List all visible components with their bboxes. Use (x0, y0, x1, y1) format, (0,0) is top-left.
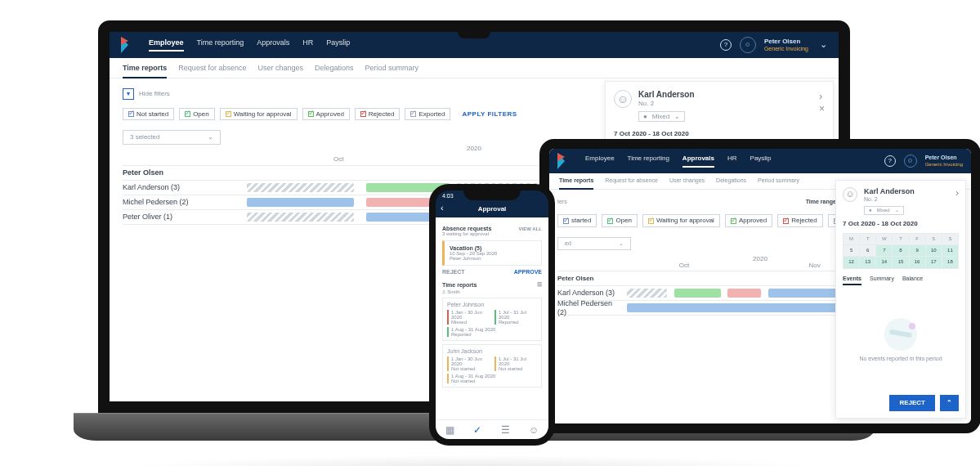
nav-home-icon[interactable]: ▦ (445, 424, 454, 436)
apply-filters-button[interactable]: APPLY FILTERS (462, 110, 517, 119)
absence-request-card[interactable]: Vacation (5) 10 Sep - 20 Sep 2020 Peter … (442, 240, 542, 266)
tuser-sub: Generic Invoicing (925, 162, 963, 168)
ttab-request-absence[interactable]: Request for absence (605, 177, 658, 185)
nav-time-reporting[interactable]: Time reporting (197, 38, 244, 52)
tablet-app: Employee Time reporting Approvals HR Pay… (549, 149, 971, 423)
side-tab-balance[interactable]: Balance (902, 276, 923, 285)
tnav-approvals[interactable]: Approvals (682, 155, 714, 168)
fly-date-range: 7 Oct 2020 - 18 Oct 2020 (614, 130, 825, 138)
tmonth-oct: Oct (679, 262, 689, 270)
phone-screen: 4:03 ‹ Approval Absence requests VIEW AL… (429, 184, 555, 446)
tab-delegations[interactable]: Delegations (315, 64, 354, 74)
fly-next-icon[interactable]: › (819, 90, 822, 102)
tmonth-nov: Nov (809, 262, 821, 270)
reject-link[interactable]: REJECT (442, 269, 465, 275)
help-icon[interactable]: ? (720, 39, 732, 51)
phone-device: 4:03 ‹ Approval Absence requests VIEW AL… (429, 184, 555, 446)
tnav-time[interactable]: Time reporting (628, 155, 669, 168)
avatar-icon[interactable]: ☺ (904, 155, 917, 168)
phone-body: Absence requests VIEW ALL 3 waiting for … (436, 217, 548, 420)
fly-status-select[interactable]: ● Mixed ⌄ (638, 111, 685, 123)
selected-dropdown[interactable]: 3 selected⌄ (123, 130, 221, 145)
chip-waiting[interactable]: Waiting for approval (220, 108, 298, 121)
list-icon[interactable]: ☰ (537, 281, 542, 288)
ttab-period-summary[interactable]: Period summary (758, 177, 799, 185)
approve-link[interactable]: APPROVE (514, 269, 542, 275)
chevron-down-icon[interactable]: ⌄ (820, 39, 827, 50)
tablet-screen: Employee Time reporting Approvals HR Pay… (539, 139, 980, 433)
close-icon[interactable]: × (819, 103, 825, 114)
nav-hr[interactable]: HR (302, 38, 313, 52)
ttime-range-label: Time range (806, 199, 836, 205)
chip-rejected[interactable]: Rejected (777, 214, 823, 227)
tr-user: J. Smith (442, 289, 542, 294)
nav-profile-icon[interactable]: ☺ (529, 424, 539, 436)
timereports-title: Time reports (442, 282, 477, 288)
side-next-icon[interactable]: › (955, 187, 959, 199)
person-avatar-icon: ☺ (843, 187, 857, 202)
fly-name: Karl Anderson (638, 90, 695, 100)
tab-time-reports[interactable]: Time reports (123, 64, 167, 78)
absence-title: Absence requests (442, 226, 491, 231)
tr-card[interactable]: John Jackson 1 Jan - 30 Jun 2020Not star… (442, 344, 542, 388)
side-tab-events[interactable]: Events (843, 276, 861, 285)
phone-title: Approval (442, 205, 542, 213)
back-icon[interactable]: ‹ (441, 203, 444, 213)
person-flyout: ☺ Karl Anderson No. 2 ● Mixed ⌄ › × 7 Oc… (605, 81, 834, 147)
ttab-user-changes[interactable]: User changes (669, 177, 705, 185)
tr-person: John Jackson (447, 348, 537, 354)
nav-payslip[interactable]: Payslip (326, 38, 350, 52)
hide-filters-link[interactable]: ters (557, 199, 567, 205)
tnav-employee[interactable]: Employee (585, 155, 615, 168)
side-tab-summary[interactable]: Summary (870, 276, 894, 285)
laptop-subtabs: Time reports Request for absence User ch… (110, 58, 839, 78)
side-status-select[interactable]: ● Mixed ⌄ (864, 206, 904, 215)
absence-sub: 3 waiting for approval (442, 231, 542, 236)
chip-exported[interactable]: Exported (405, 108, 450, 121)
help-icon[interactable]: ? (884, 155, 896, 167)
chevron-down-icon: ⌄ (619, 240, 624, 247)
chip-open[interactable]: Open (179, 108, 215, 121)
user-sub: Generic Invoicing (764, 46, 808, 52)
mini-calendar[interactable]: MTWTFSS 567891011 12131415161718 (843, 233, 959, 269)
side-name: Karl Anderson (864, 187, 915, 196)
reject-button[interactable]: REJECT (889, 395, 935, 411)
tnav-hr[interactable]: HR (727, 155, 737, 168)
avatar-icon[interactable]: ☺ (740, 37, 756, 53)
person-avatar-icon: ☺ (614, 90, 632, 108)
nav-reports-icon[interactable]: ☰ (501, 424, 510, 436)
app-logo (557, 153, 571, 169)
tablet-device: Employee Time reporting Approvals HR Pay… (539, 139, 980, 433)
hide-filters-link[interactable]: Hide filters (139, 90, 170, 98)
chip-rejected[interactable]: Rejected (355, 108, 401, 121)
month-oct: Oct (333, 155, 343, 164)
user-block[interactable]: Peter Olsen Generic Invoicing (764, 38, 808, 52)
tnav-payslip[interactable]: Payslip (750, 155, 772, 168)
chip-started[interactable]: started (557, 214, 597, 227)
empty-text: No events reported in this period (859, 356, 942, 362)
tab-request-absence[interactable]: Request for absence (178, 64, 246, 74)
view-all-link[interactable]: VIEW ALL (519, 226, 542, 231)
nav-approval-icon[interactable]: ✓ (473, 424, 481, 436)
tab-user-changes[interactable]: User changes (257, 64, 303, 74)
chevron-down-icon: ⌄ (208, 133, 213, 141)
tselected-dropdown[interactable]: ed⌄ (557, 237, 631, 250)
nav-employee[interactable]: Employee (149, 38, 184, 52)
chip-open[interactable]: Open (602, 214, 638, 227)
empty-state: No events reported in this period (843, 285, 959, 395)
ttab-time-reports[interactable]: Time reports (559, 177, 593, 190)
chip-approved[interactable]: Approved (725, 214, 772, 227)
chip-not-started[interactable]: Not started (123, 108, 174, 121)
phone-notch (463, 190, 521, 200)
more-button[interactable]: ⌃ (940, 395, 959, 411)
req-title: Vacation (5) (450, 245, 536, 251)
tr-card[interactable]: Peter Johnson 1 Jan - 30 Jun 2020Missed … (442, 298, 542, 341)
chip-approved[interactable]: Approved (302, 108, 350, 121)
chip-waiting[interactable]: Waiting for approval (642, 214, 720, 227)
user-name: Peter Olsen (764, 38, 808, 46)
filter-icon[interactable]: ▾ (123, 88, 134, 100)
tab-period-summary[interactable]: Period summary (365, 64, 418, 74)
tuser-name: Peter Olsen (925, 155, 963, 161)
ttab-delegations[interactable]: Delegations (716, 177, 746, 185)
nav-approvals[interactable]: Approvals (257, 38, 289, 52)
